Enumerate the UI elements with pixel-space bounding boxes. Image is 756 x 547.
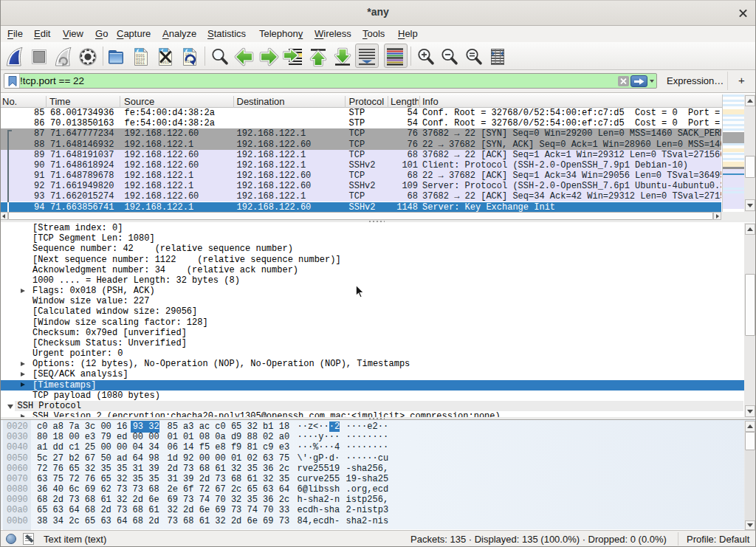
svg-text:0011: 0011 — [136, 61, 145, 66]
